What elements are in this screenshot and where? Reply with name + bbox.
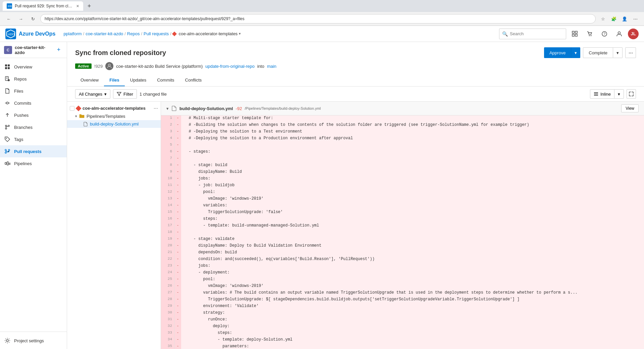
tags-icon: [4, 136, 11, 143]
sidebar-label-pipelines: Pipelines: [14, 161, 32, 166]
line-number: 17: [161, 223, 174, 230]
org-avatar: C: [4, 46, 12, 54]
line-marker: -: [174, 189, 181, 196]
line-content: # -Deploying the solution to a Productio…: [181, 136, 644, 142]
account-button[interactable]: 👤: [620, 14, 629, 23]
filter-button[interactable]: Filter: [113, 89, 137, 99]
svg-point-10: [591, 35, 592, 36]
active-tab[interactable]: PR Pull request 929: Sync from clo... ✕: [3, 1, 83, 11]
inline-dropdown-button[interactable]: ▾: [614, 89, 624, 99]
sidebar-item-pushes[interactable]: Pushes: [0, 109, 67, 121]
line-marker: -: [174, 263, 181, 270]
sidebar-label-overview: Overview: [14, 64, 32, 69]
svg-point-19: [8, 79, 10, 81]
diff-line: 8- - stage: build: [161, 162, 644, 169]
tree-file-build-deploy[interactable]: build-deploy-Solution.yml: [67, 120, 161, 128]
breadcrumb-dropdown-icon[interactable]: ▾: [239, 32, 241, 36]
address-bar: ← → ↻ https://dev.azure.com/pplatform/co…: [0, 12, 644, 26]
line-content: pool:: [181, 277, 644, 283]
svg-point-29: [8, 149, 10, 151]
ado-logo[interactable]: ADO Azure DevOps: [5, 29, 55, 39]
sidebar-item-commits[interactable]: Commits: [0, 97, 67, 109]
breadcrumb-pplatform[interactable]: pplatform: [63, 31, 82, 36]
breadcrumb-pull-requests[interactable]: Pull requests: [144, 31, 169, 36]
diff-collapse-icon[interactable]: ▾: [166, 106, 169, 111]
complete-button[interactable]: Complete: [583, 47, 613, 58]
tab-bar: PR Pull request 929: Sync from clo... ✕ …: [0, 0, 644, 12]
svg-text:PR: PR: [8, 5, 12, 8]
svg-rect-35: [594, 92, 598, 93]
search-box[interactable]: 🔍: [499, 29, 566, 39]
expand-icon: [629, 92, 634, 96]
diff-line: 14- variables:: [161, 203, 644, 209]
svg-point-34: [108, 64, 110, 66]
shopping-cart-button[interactable]: [584, 28, 596, 40]
line-number: 24: [161, 270, 174, 277]
sidebar-item-branches[interactable]: Branches: [0, 121, 67, 133]
inline-view-button[interactable]: Inline: [590, 89, 614, 99]
breadcrumb-org[interactable]: coe-starter-kit-azdo: [86, 31, 123, 36]
all-changes-dropdown[interactable]: All Changes ▾: [75, 89, 110, 99]
svg-point-26: [6, 138, 7, 139]
line-marker: -: [174, 122, 181, 129]
add-project-button[interactable]: +: [55, 46, 63, 54]
extension-button[interactable]: 🧩: [609, 14, 619, 23]
tab-updates[interactable]: Updates: [125, 74, 152, 86]
sidebar-item-overview[interactable]: Overview: [0, 61, 67, 73]
user-avatar[interactable]: JL: [628, 29, 639, 39]
bookmark-button[interactable]: ☆: [598, 14, 608, 23]
sidebar-item-project-settings[interactable]: Project settings: [0, 335, 67, 347]
line-marker: -: [174, 230, 181, 236]
line-number: 21: [161, 250, 174, 256]
folder-name: Pipelines/Templates: [87, 114, 125, 119]
new-tab-button[interactable]: +: [85, 1, 94, 11]
tab-commits[interactable]: Commits: [152, 74, 179, 86]
back-button[interactable]: ←: [4, 14, 13, 23]
line-number: 28: [161, 297, 174, 303]
breadcrumb-current-repo[interactable]: coe-alm-accelerator-templates ▾: [173, 31, 241, 36]
expand-button[interactable]: [627, 89, 636, 99]
line-content: parameters:: [181, 344, 644, 349]
sidebar-item-pipelines[interactable]: Pipelines: [0, 157, 67, 169]
files-toolbar: All Changes ▾ Filter 1 changed file Inli…: [67, 87, 644, 102]
tab-overview[interactable]: Overview: [75, 74, 104, 86]
sidebar-item-pull-requests[interactable]: Pull requests: [0, 145, 67, 157]
svg-rect-6: [575, 31, 577, 33]
approve-dropdown-button[interactable]: ▾: [571, 47, 580, 58]
line-content: displayName: Deploy to Build Validation …: [181, 243, 644, 250]
tree-folder-pipelines-templates[interactable]: ▾ Pipelines/Templates: [67, 112, 161, 120]
help-button[interactable]: ?: [598, 28, 610, 40]
diff-line: 5-: [161, 142, 644, 149]
approve-button[interactable]: Approve: [544, 47, 571, 58]
forward-button[interactable]: →: [16, 14, 25, 23]
dropdown-chevron-icon: ▾: [104, 92, 107, 97]
sidebar-item-repos[interactable]: Repos: [0, 73, 67, 85]
svg-rect-17: [8, 67, 10, 69]
sidebar-item-files[interactable]: Files: [0, 85, 67, 97]
settings-menu-button[interactable]: ⋯: [631, 14, 640, 23]
repo-root-label: coe-alm-accelerator-templates: [83, 106, 152, 111]
url-input[interactable]: https://dev.azure.com/pplatform/coe-star…: [40, 14, 596, 23]
pr-source-branch[interactable]: update-from-original-repo: [205, 64, 255, 69]
tab-close-button[interactable]: ✕: [76, 4, 79, 8]
user-settings-button[interactable]: [613, 28, 625, 40]
diff-line: 17- - template: build-unmanaged-managed-…: [161, 223, 644, 230]
layout-toggle-button[interactable]: [569, 28, 581, 40]
more-actions-button[interactable]: ⋯: [625, 47, 636, 58]
view-file-button[interactable]: View: [621, 104, 639, 112]
root-checkbox[interactable]: [70, 106, 74, 111]
line-marker: -: [174, 303, 181, 310]
pr-header: Sync from cloned repository Approve ▾ Co…: [67, 42, 644, 87]
refresh-button[interactable]: ↻: [28, 14, 38, 23]
search-input[interactable]: [510, 31, 557, 36]
line-content: environment: 'Validate': [181, 303, 644, 310]
breadcrumb-repos[interactable]: Repos: [127, 31, 140, 36]
tab-files[interactable]: Files: [104, 74, 125, 86]
tree-more-button[interactable]: ⋯: [154, 106, 158, 111]
line-content: strategy:: [181, 310, 644, 317]
pr-target-branch[interactable]: main: [267, 64, 276, 69]
complete-dropdown-button[interactable]: ▾: [613, 47, 623, 58]
tab-conflicts[interactable]: Conflicts: [180, 74, 207, 86]
sidebar-item-tags[interactable]: Tags: [0, 133, 67, 145]
diff-line: 4- # -Deploying the solution to a Produc…: [161, 136, 644, 142]
